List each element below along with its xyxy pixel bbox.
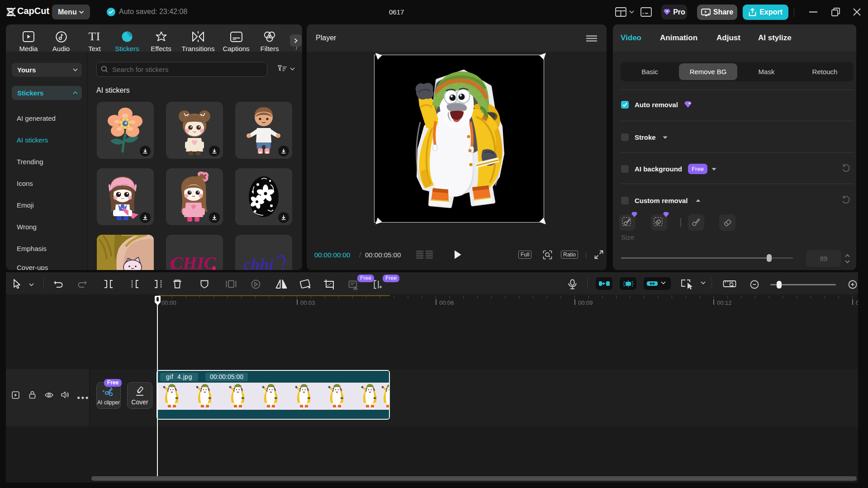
svg-text:CHIC: CHIC bbox=[171, 253, 216, 270]
svg-text:chhi: chhi bbox=[244, 256, 274, 270]
svg-text:00:00: 00:00 bbox=[161, 299, 176, 306]
svg-text:00:06: 00:06 bbox=[439, 299, 454, 306]
svg-text:00:12: 00:12 bbox=[717, 299, 732, 306]
svg-text:0: 0 bbox=[856, 299, 858, 306]
svg-text:00:03: 00:03 bbox=[300, 299, 315, 306]
svg-text:00:09: 00:09 bbox=[578, 299, 593, 306]
